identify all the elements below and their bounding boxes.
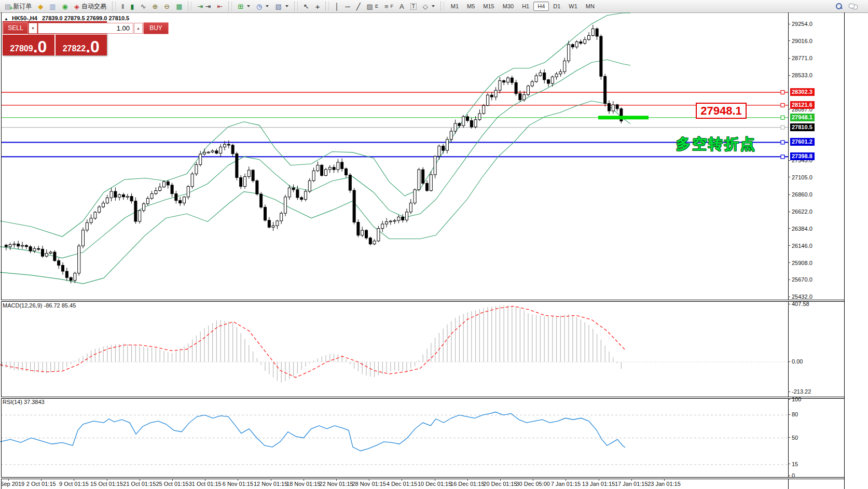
- time-tick: [336, 479, 337, 481]
- rsi-label: RSI(14) 37.3843: [3, 399, 45, 405]
- time-tick: [172, 479, 173, 481]
- rsi-tick: 50: [788, 435, 798, 441]
- price-level-label: 28121.6: [790, 101, 815, 109]
- time-tick: [566, 479, 566, 481]
- spin-down-icon: ▼: [31, 26, 35, 30]
- price-tick: 29016.0: [788, 38, 812, 44]
- price-level-label: 27601.2: [790, 138, 815, 146]
- price-tick: 25670.0: [788, 276, 812, 283]
- price-tick: 26384.0: [788, 226, 812, 232]
- volume-up-button[interactable]: ▲: [134, 23, 143, 34]
- time-label: 23 Jan 01:15: [641, 481, 687, 487]
- time-tick: [8, 479, 9, 481]
- time-tick: [467, 479, 468, 481]
- time-tick: [533, 479, 533, 481]
- time-tick: [271, 479, 271, 481]
- chart-ohlc-values: 27839.0 27879.5 27699.0 27810.5: [42, 15, 129, 21]
- chart-symbol: HK50-,H4: [12, 15, 37, 21]
- price-tick: 29254.0: [788, 21, 812, 27]
- chart-canvas[interactable]: [0, 0, 868, 489]
- price-level-lines: [1, 90, 788, 158]
- rsi-line: [0, 412, 625, 451]
- time-tick: [631, 479, 632, 481]
- time-tick: [205, 479, 205, 481]
- rsi-tick: 0: [788, 472, 795, 479]
- spin-up-icon: ▲: [136, 26, 140, 30]
- volume-down-button[interactable]: ▼: [29, 23, 37, 34]
- macd-label: MACD(12,26,9) -86.72 85.45: [3, 302, 76, 309]
- time-axis[interactable]: 25 Sep 20192 Oct 01:159 Oct 01:1515 Oct …: [1, 479, 788, 489]
- pane-divider-rsi[interactable]: [1, 397, 844, 399]
- macd-tick: -213.22: [788, 388, 811, 395]
- macd-histogram: [2, 305, 621, 383]
- chart-window-edge: [844, 12, 845, 489]
- time-tick: [599, 479, 599, 481]
- price-callout[interactable]: 27948.1: [696, 103, 747, 119]
- time-tick: [304, 479, 304, 481]
- time-tick: [41, 479, 42, 481]
- rsi-tick: 100: [788, 396, 801, 402]
- chart-title: ▲ HK50-,H4 27839.0 27879.5 27699.0 27810…: [4, 15, 129, 21]
- volume-input[interactable]: [38, 23, 133, 34]
- price-tick: 25908.0: [788, 260, 812, 266]
- sell-button[interactable]: SELL: [3, 22, 28, 34]
- bollinger-middle: [0, 60, 630, 258]
- price-level-label: 27810.5: [790, 123, 815, 131]
- bollinger-lower: [0, 101, 630, 284]
- candles: [5, 25, 623, 284]
- price-tick: 26622.0: [788, 208, 812, 215]
- time-tick: [435, 479, 435, 481]
- price-tick: 26860.0: [788, 191, 812, 198]
- buy-price[interactable]: 27822.0: [56, 35, 107, 55]
- time-tick: [402, 479, 402, 481]
- highlight-segment[interactable]: [598, 116, 649, 119]
- rsi-tick: 80: [788, 411, 798, 417]
- pane-divider-macd[interactable]: [1, 300, 844, 302]
- chart-frame-left: [1, 12, 2, 489]
- price-axis[interactable]: 29254.029016.028771.028533.028057.027343…: [788, 12, 844, 478]
- buy-button[interactable]: BUY: [143, 22, 169, 34]
- one-click-trade-panel: SELL ▼ ▲ BUY 27809.0 27822.0: [3, 21, 107, 55]
- time-tick: [500, 479, 501, 481]
- collapse-arrow-icon[interactable]: ▲: [4, 17, 8, 21]
- price-tick: 28533.0: [788, 72, 812, 78]
- price-level-label: 27948.1: [790, 114, 815, 121]
- time-tick: [664, 479, 665, 481]
- price-level-label: 27398.8: [790, 152, 815, 160]
- rsi-tick: 15: [788, 461, 798, 467]
- time-tick: [107, 479, 107, 481]
- price-level-label: 28302.3: [790, 88, 815, 96]
- price-tick: 26146.0: [788, 243, 812, 249]
- time-tick: [369, 479, 369, 481]
- time-tick: [140, 479, 140, 481]
- time-tick: [238, 479, 238, 481]
- turning-point-note[interactable]: 多空转折点: [676, 134, 756, 154]
- macd-tick: 0.00: [788, 358, 803, 365]
- price-tick: 27105.0: [788, 174, 812, 180]
- time-tick: [74, 479, 74, 481]
- rsi-levels: [1, 415, 788, 465]
- price-tick: 25432.0: [788, 294, 812, 300]
- price-tick: 28771.0: [788, 55, 812, 61]
- macd-tick: 407.58: [788, 301, 809, 307]
- sell-price[interactable]: 27809.0: [3, 35, 54, 55]
- macd-signal-line: [0, 306, 625, 378]
